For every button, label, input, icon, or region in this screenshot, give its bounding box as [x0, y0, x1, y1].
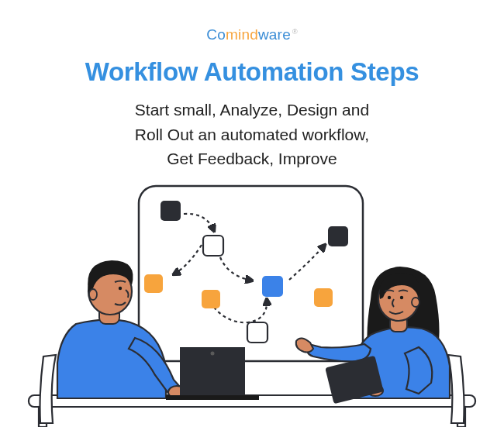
page-title: Workflow Automation Steps — [0, 57, 504, 87]
subtitle-line-2: Roll Out an automated workflow, — [135, 126, 369, 143]
svg-point-14 — [388, 296, 391, 299]
logo-part-co: Co — [206, 26, 226, 43]
node-white-2 — [247, 322, 268, 343]
logo-part-mind: mind — [226, 26, 258, 43]
brand-logo: Comindware® — [0, 0, 504, 43]
subtitle-line-3: Get Feedback, Improve — [167, 150, 337, 167]
svg-point-15 — [400, 296, 403, 299]
node-dark-1 — [161, 201, 181, 221]
svg-point-13 — [412, 298, 419, 307]
illustration-scene — [0, 183, 504, 427]
svg-point-7 — [89, 289, 97, 300]
node-orange-2 — [202, 290, 220, 308]
subtitle-line-1: Start small, Analyze, Design and — [135, 101, 369, 119]
node-dark-2 — [328, 226, 348, 246]
node-orange-3 — [314, 288, 333, 307]
svg-point-9 — [211, 352, 215, 356]
svg-point-8 — [119, 287, 122, 290]
node-white-1 — [203, 236, 223, 256]
page-subtitle: Start small, Analyze, Design and Roll Ou… — [0, 98, 504, 171]
logo-registered-mark: ® — [292, 28, 298, 36]
logo-part-ware: ware — [258, 26, 291, 43]
laptop-icon — [166, 347, 259, 400]
node-blue-1 — [262, 276, 283, 297]
desk — [29, 395, 475, 427]
node-orange-1 — [144, 274, 163, 293]
